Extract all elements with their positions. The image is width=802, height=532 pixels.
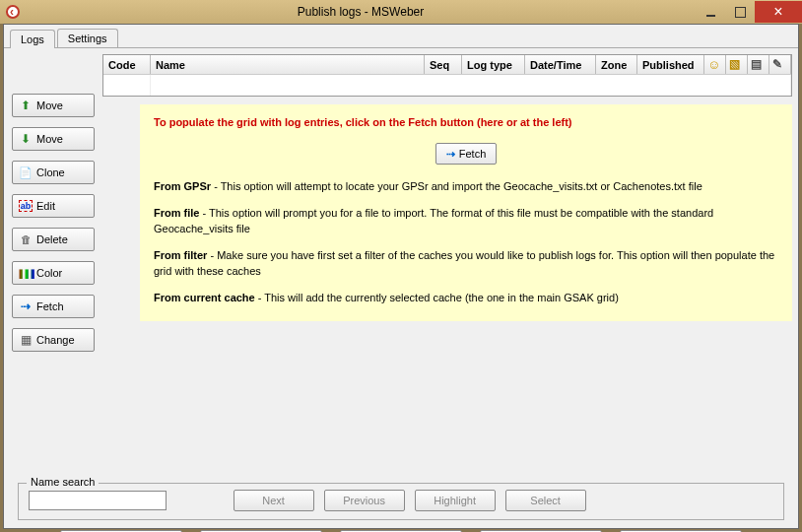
clone-icon <box>19 166 33 179</box>
search-next-button[interactable]: Next <box>234 490 314 511</box>
titlebar: Publish logs - MSWeber × <box>0 0 802 24</box>
col-editcol[interactable] <box>769 55 791 74</box>
maximize-button[interactable] <box>725 1 755 23</box>
delete-label: Delete <box>36 233 68 245</box>
fetch-center-button[interactable]: Fetch <box>435 143 498 166</box>
smiley-icon <box>707 57 722 72</box>
image-icon <box>729 57 744 72</box>
bottom-bar: Publish all Publish selected Templates E… <box>4 526 798 532</box>
arrow-down-icon <box>19 132 33 146</box>
col-seq[interactable]: Seq <box>425 55 462 74</box>
fetch-center-label: Fetch <box>459 146 487 163</box>
color-icon <box>19 266 33 280</box>
sidebar: Move Move Clone Edit Delete Color <box>10 54 97 471</box>
search-input[interactable] <box>29 491 167 510</box>
edit-label: Edit <box>36 200 55 212</box>
color-label: Color <box>36 267 62 279</box>
minimize-button[interactable] <box>696 1 725 23</box>
col-zone[interactable]: Zone <box>596 55 637 74</box>
tab-logs[interactable]: Logs <box>10 30 55 48</box>
fetch-label: Fetch <box>36 300 64 312</box>
name-search-panel: Name search Next Previous Highlight Sele… <box>18 483 784 520</box>
search-highlight-button[interactable]: Highlight <box>415 490 496 511</box>
window-controls: × <box>696 1 802 23</box>
fetch-button[interactable]: Fetch <box>12 295 95 318</box>
clone-button[interactable]: Clone <box>12 161 95 184</box>
close-button[interactable]: × <box>755 1 802 23</box>
info-p1: From GPSr - This option will attempt to … <box>154 178 778 195</box>
change-button[interactable]: Change <box>12 328 95 352</box>
col-code[interactable]: Code <box>103 55 151 74</box>
edit-button[interactable]: Edit <box>12 194 95 218</box>
move-up-label: Move <box>36 100 63 111</box>
search-select-button[interactable]: Select <box>505 490 586 511</box>
trash-icon <box>19 233 33 246</box>
info-p2: From file - This option will prompt you … <box>154 205 778 237</box>
info-p3: From filter - Make sure you have first s… <box>154 247 778 280</box>
col-datetime[interactable]: Date/Time <box>525 55 596 74</box>
tabs: Logs Settings <box>4 25 798 48</box>
color-button[interactable]: Color <box>12 261 95 285</box>
app-icon <box>6 5 20 19</box>
tab-settings[interactable]: Settings <box>57 29 118 47</box>
col-name[interactable]: Name <box>151 55 425 74</box>
log-grid: Code Name Seq Log type Date/Time Zone Pu… <box>102 54 792 97</box>
grid-header-row: Code Name Seq Log type Date/Time Zone Pu… <box>103 55 791 74</box>
col-logtype[interactable]: Log type <box>462 55 525 74</box>
col-image[interactable] <box>726 55 748 74</box>
move-down-button[interactable]: Move <box>12 127 95 151</box>
delete-button[interactable]: Delete <box>12 228 95 251</box>
info-title: To populate the grid with log entries, c… <box>154 114 778 131</box>
arrow-up-icon <box>19 99 33 112</box>
col-smiley[interactable] <box>704 55 726 74</box>
pencil-icon <box>772 57 787 72</box>
window-body: Logs Settings Move Move Clone Edit <box>3 24 799 529</box>
fetch-icon <box>446 146 455 163</box>
info-p4: From current cache - This will add the c… <box>154 290 778 306</box>
fetch-icon <box>19 299 33 313</box>
col-notes[interactable] <box>748 55 769 74</box>
window-title: Publish logs - MSWeber <box>26 5 696 19</box>
info-panel: To populate the grid with log entries, c… <box>140 104 792 321</box>
change-icon <box>19 333 33 347</box>
move-up-button[interactable]: Move <box>12 94 95 117</box>
search-legend: Name search <box>27 476 99 488</box>
col-published[interactable]: Published <box>637 55 704 74</box>
notes-icon <box>751 57 766 72</box>
edit-icon <box>19 199 33 213</box>
main-area: Code Name Seq Log type Date/Time Zone Pu… <box>102 54 792 471</box>
clone-label: Clone <box>36 166 65 178</box>
grid-empty-row <box>103 74 791 96</box>
move-down-label: Move <box>36 133 63 145</box>
change-label: Change <box>36 334 75 346</box>
search-previous-button[interactable]: Previous <box>324 490 405 511</box>
content: Move Move Clone Edit Delete Color <box>4 48 798 477</box>
